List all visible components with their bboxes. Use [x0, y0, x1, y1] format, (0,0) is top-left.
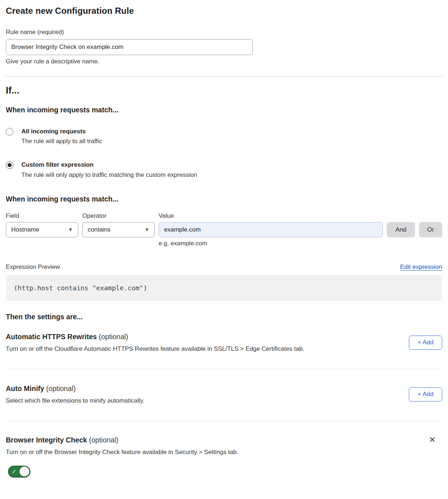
check-icon: ✓ — [12, 468, 17, 475]
setting-browser-integrity-check: Browser Integrity Check (optional) Turn … — [6, 436, 442, 456]
setting-title-line: Auto Minify (optional) — [6, 384, 145, 393]
field-select[interactable]: Hostname ▼ — [6, 222, 78, 237]
expression-code-text: (http.host contains "example.com") — [14, 284, 147, 292]
and-button[interactable]: And — [387, 222, 415, 237]
setting-texts: Automatic HTTPS Rewrites (optional) Turn… — [6, 333, 304, 353]
radio-dot — [8, 130, 12, 134]
field-column-label: Field — [6, 212, 78, 220]
rule-name-helper: Give your rule a descriptive name. — [6, 58, 442, 65]
radio-option-all-incoming-requests[interactable]: All incoming requests The rule will appl… — [6, 128, 442, 145]
setting-title: Automatic HTTPS Rewrites — [6, 333, 97, 341]
expression-builder-labels: Field Operator Value — [6, 212, 442, 220]
setting-optional-tag: (optional) — [89, 436, 118, 444]
setting-title-line: Browser Integrity Check (optional) — [6, 436, 238, 444]
or-button[interactable]: Or — [419, 222, 442, 237]
toggle-knob — [20, 467, 29, 477]
radio-unselected-icon[interactable] — [6, 128, 13, 136]
setting-texts: Auto Minify (optional) Select which file… — [6, 384, 145, 404]
rule-name-label: Rule name (required) — [6, 29, 442, 36]
radio-option-description: The rule will only apply to traffic matc… — [21, 171, 197, 179]
match-heading: When incoming requests match... — [6, 106, 442, 114]
setting-auto-minify: Auto Minify (optional) Select which file… — [6, 384, 442, 404]
setting-optional-tag: (optional) — [46, 384, 76, 392]
expression-preview-label: Expression Preview — [6, 263, 60, 271]
edit-expression-link[interactable]: Edit expression — [400, 263, 442, 271]
expression-builder-controls: Hostname ▼ contains ▼ And Or — [6, 222, 442, 237]
setting-title-line: Automatic HTTPS Rewrites (optional) — [6, 333, 304, 341]
expression-preview-header: Expression Preview Edit expression — [6, 263, 442, 271]
page-title: Create new Configuration Rule — [6, 6, 442, 16]
section-divider — [6, 76, 442, 76]
setting-description: Turn on or off the Cloudflare Automatic … — [6, 345, 304, 353]
chevron-down-icon: ▼ — [145, 227, 149, 232]
section-divider — [6, 421, 442, 421]
radio-option-custom-filter-expression[interactable]: Custom filter expression The rule will o… — [6, 161, 442, 178]
value-column-label: Value — [159, 212, 383, 220]
expression-preview-code: (http.host contains "example.com") — [6, 275, 442, 301]
setting-automatic-https-rewrites: Automatic HTTPS Rewrites (optional) Turn… — [6, 333, 442, 353]
expression-builder-helper-row: e.g. example.com — [6, 240, 442, 247]
add-automatic-https-rewrites-button[interactable]: + Add — [409, 336, 442, 350]
field-select-value: Hostname — [11, 226, 39, 233]
add-auto-minify-button[interactable]: + Add — [409, 387, 442, 402]
create-configuration-rule-page: Create new Configuration Rule Rule name … — [0, 6, 448, 478]
value-helper-text: e.g. example.com — [159, 240, 383, 247]
radio-option-texts: All incoming requests The rule will appl… — [21, 128, 102, 145]
setting-optional-tag: (optional) — [99, 333, 128, 341]
expression-builder-heading: When incoming requests match... — [6, 195, 442, 203]
then-settings-heading: Then the settings are... — [6, 313, 442, 321]
radio-option-label: All incoming requests — [21, 128, 102, 135]
value-input[interactable] — [159, 222, 383, 237]
if-heading: If... — [6, 85, 442, 96]
rule-name-input[interactable] — [6, 39, 253, 55]
radio-dot — [8, 163, 12, 167]
radio-selected-icon[interactable] — [6, 161, 13, 169]
operator-column-label: Operator — [82, 212, 155, 220]
chevron-down-icon: ▼ — [68, 227, 73, 232]
radio-option-label: Custom filter expression — [21, 161, 197, 169]
radio-option-description: The rule will apply to all traffic — [21, 138, 102, 145]
operator-select[interactable]: contains ▼ — [82, 222, 155, 237]
setting-description: Turn on or off the Browser Integrity Che… — [6, 449, 238, 456]
setting-title: Browser Integrity Check — [6, 436, 87, 444]
section-divider — [6, 369, 442, 369]
setting-description: Select which file extensions to minify a… — [6, 397, 145, 404]
setting-texts: Browser Integrity Check (optional) Turn … — [6, 436, 238, 456]
setting-title: Auto Minify — [6, 384, 44, 392]
close-icon[interactable]: ✕ — [427, 435, 438, 445]
operator-select-value: contains — [88, 226, 110, 233]
browser-integrity-check-toggle[interactable]: ✓ — [8, 466, 30, 478]
radio-option-texts: Custom filter expression The rule will o… — [21, 161, 197, 178]
